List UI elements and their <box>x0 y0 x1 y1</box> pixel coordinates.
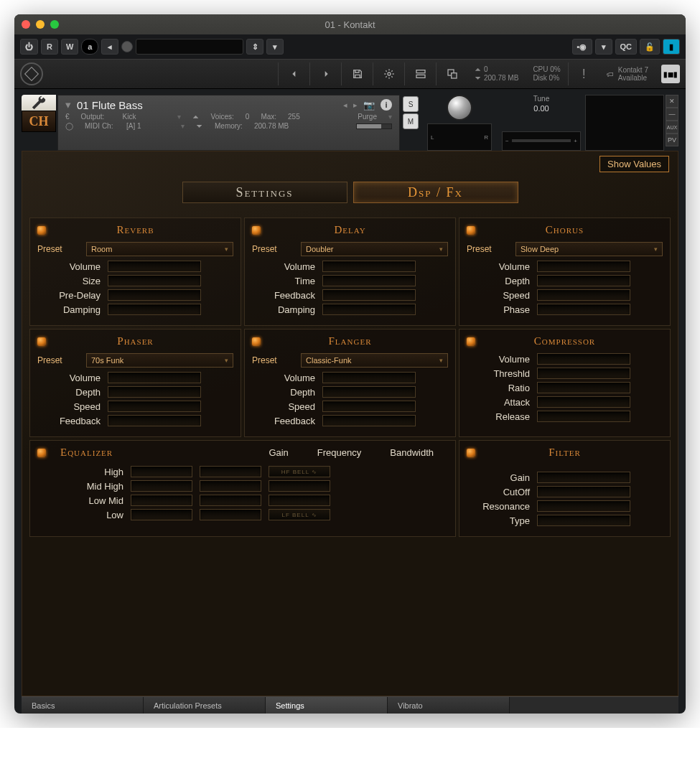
eq-lowmid-freq[interactable] <box>200 495 261 506</box>
flanger-depth-slider[interactable] <box>322 386 416 398</box>
back-button[interactable]: ◂ <box>101 39 118 55</box>
eq-enable-led[interactable] <box>37 449 46 457</box>
volume-slider[interactable]: −+ <box>502 131 581 151</box>
chorus-preset-select[interactable]: Slow Deep <box>515 242 663 256</box>
write-button[interactable]: W <box>61 39 78 55</box>
filter-type-slider[interactable] <box>537 515 630 526</box>
eq-low-freq[interactable] <box>200 509 261 520</box>
chorus-phase-slider[interactable] <box>537 304 630 315</box>
eq-low-gain[interactable] <box>131 509 192 520</box>
maximize-window-button[interactable] <box>50 20 59 29</box>
tune-knob[interactable] <box>447 95 472 121</box>
aux-button[interactable]: AUX <box>666 121 678 134</box>
reverb-damping-slider[interactable] <box>108 304 201 315</box>
wrench-button[interactable] <box>22 95 56 111</box>
next-preset-button[interactable]: ▸ <box>353 100 358 110</box>
flanger-preset-select[interactable]: Classic-Funk <box>301 353 448 368</box>
settings-button[interactable] <box>373 62 404 85</box>
accent-toggle-button[interactable]: ▮ <box>663 39 680 55</box>
delay-preset-select[interactable]: Doubler <box>301 242 448 256</box>
phaser-depth-slider[interactable] <box>108 386 201 398</box>
purge-button[interactable]: Purge <box>358 113 377 121</box>
tab-dsp-fx[interactable]: Dsp / Fx <box>353 182 518 203</box>
minimize-window-button[interactable] <box>36 20 45 29</box>
reverb-predelay-slider[interactable] <box>108 289 201 301</box>
chorus-volume-slider[interactable] <box>537 261 630 272</box>
output-value[interactable]: Kick <box>123 113 166 121</box>
delay-volume-slider[interactable] <box>322 261 416 272</box>
pv-button[interactable]: PV <box>666 134 678 146</box>
eq-high-freq[interactable] <box>200 466 261 477</box>
phaser-speed-slider[interactable] <box>108 401 201 412</box>
close-instrument-button[interactable]: ✕ <box>666 95 678 108</box>
phaser-preset-select[interactable]: 70s Funk <box>86 353 233 368</box>
eq-midhigh-gain[interactable] <box>131 480 192 492</box>
comp-release-slider[interactable] <box>537 411 630 422</box>
delay-time-slider[interactable] <box>322 275 416 286</box>
flanger-speed-slider[interactable] <box>322 401 416 412</box>
close-window-button[interactable] <box>22 20 30 29</box>
filter-enable-led[interactable] <box>467 449 475 457</box>
phaser-feedback-slider[interactable] <box>108 415 201 426</box>
tab-settings[interactable]: Settings <box>182 182 347 203</box>
save-button[interactable] <box>341 62 373 85</box>
preset-field[interactable] <box>136 39 243 55</box>
comp-threshold-slider[interactable] <box>537 368 630 379</box>
eq-midhigh-freq[interactable] <box>200 480 261 492</box>
bottom-tab-basics[interactable]: Basics <box>22 697 144 714</box>
eq-lowmid-bw[interactable] <box>269 495 330 506</box>
eq-high-bell[interactable]: HF BELL ∿ <box>269 466 330 477</box>
filter-gain-slider[interactable] <box>537 472 630 483</box>
prev-preset-button[interactable]: ◂ <box>343 100 347 110</box>
camera-button[interactable]: ▪◉ <box>572 39 592 55</box>
filter-resonance-slider[interactable] <box>537 500 630 512</box>
chorus-enable-led[interactable] <box>467 226 475 235</box>
eq-midhigh-bw[interactable] <box>269 480 330 492</box>
bottom-tab-vibrato[interactable]: Vibrato <box>388 697 510 714</box>
reverb-preset-select[interactable]: Room <box>86 242 233 256</box>
up-down-button[interactable]: ⇕ <box>246 39 263 55</box>
prev-button[interactable] <box>278 62 309 85</box>
flanger-volume-slider[interactable] <box>322 372 416 383</box>
compressor-enable-led[interactable] <box>467 337 475 346</box>
delay-enable-led[interactable] <box>252 226 261 235</box>
reverb-size-slider[interactable] <box>108 275 201 286</box>
delay-damping-slider[interactable] <box>322 304 416 315</box>
next-button[interactable] <box>309 62 341 85</box>
phaser-volume-slider[interactable] <box>108 372 201 383</box>
info-icon[interactable]: i <box>381 99 392 111</box>
comp-volume-slider[interactable] <box>537 353 630 365</box>
bottom-tab-articulation[interactable]: Articulation Presets <box>144 697 266 714</box>
filter-cutoff-slider[interactable] <box>537 486 630 497</box>
minimize-view-button[interactable] <box>436 62 467 85</box>
eq-high-gain[interactable] <box>131 466 192 477</box>
comp-attack-slider[interactable] <box>537 396 630 408</box>
phaser-enable-led[interactable] <box>37 337 46 346</box>
a-button[interactable]: a <box>81 39 98 55</box>
qc-button[interactable]: QC <box>615 39 638 55</box>
delay-feedback-slider[interactable] <box>322 289 416 301</box>
midi-value[interactable]: [A] 1 <box>126 122 169 130</box>
eq-low-bell[interactable]: LF BELL ∿ <box>269 509 330 520</box>
chorus-speed-slider[interactable] <box>537 289 630 301</box>
flanger-enable-led[interactable] <box>252 337 261 346</box>
reverb-enable-led[interactable] <box>37 226 46 235</box>
dropdown-button[interactable]: ▾ <box>266 39 284 55</box>
menu-dropdown-button[interactable]: ▾ <box>595 39 612 55</box>
alert-icon[interactable]: ! <box>568 62 599 85</box>
preset-prev-icon[interactable]: ▾ <box>65 98 71 111</box>
comp-ratio-slider[interactable] <box>537 382 630 393</box>
solo-button[interactable]: S <box>403 96 419 112</box>
bottom-tab-settings[interactable]: Settings <box>266 697 388 714</box>
rack-view-button[interactable] <box>404 62 436 85</box>
eq-lowmid-gain[interactable] <box>131 495 192 506</box>
pan-meter[interactable]: L R <box>427 123 492 151</box>
show-values-button[interactable]: Show Values <box>599 156 669 172</box>
power-button[interactable]: ⏻ <box>20 39 38 55</box>
lock-icon[interactable]: 🔓 <box>640 39 660 55</box>
minimize-instrument-button[interactable]: — <box>666 108 678 121</box>
chorus-depth-slider[interactable] <box>537 275 630 286</box>
reverb-volume-slider[interactable] <box>108 261 201 272</box>
snapshot-icon[interactable]: 📷 <box>363 100 375 111</box>
read-button[interactable]: R <box>41 39 58 55</box>
